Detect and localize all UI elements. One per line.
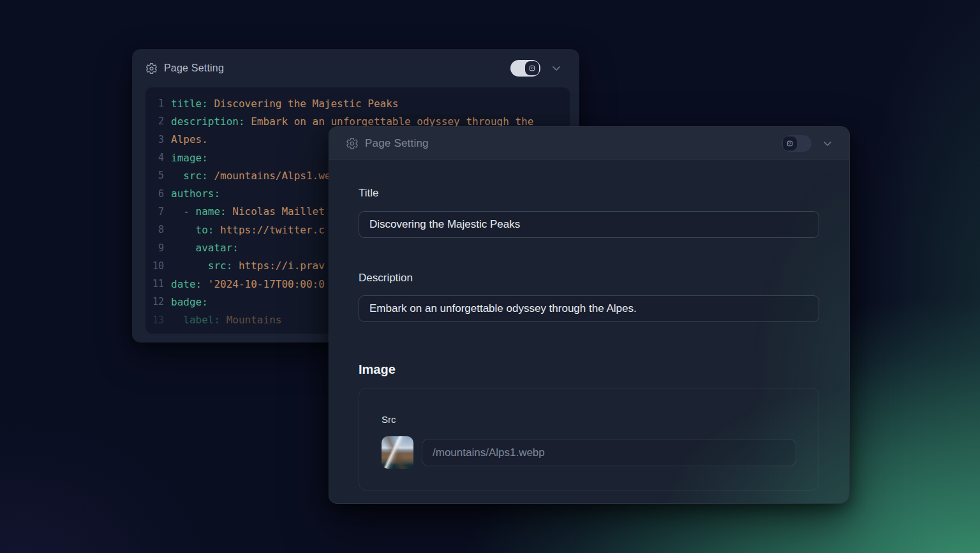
code-text: badge:: [164, 296, 208, 308]
line-number: 13: [145, 314, 164, 326]
code-view-toggle[interactable]: [782, 135, 812, 152]
code-text: title: Discovering the Majestic Peaks: [164, 98, 398, 110]
src-input[interactable]: [422, 439, 796, 466]
code-text: Alpes.: [164, 133, 208, 145]
src-label: Src: [382, 414, 796, 425]
form-body: Title Description Image Src: [329, 160, 849, 490]
line-number: 3: [145, 134, 164, 145]
line-number: 7: [145, 206, 164, 218]
code-square-icon: [525, 61, 539, 75]
panel-title: Page Setting: [365, 137, 429, 150]
gear-icon: [346, 137, 359, 150]
code-text: image:: [164, 152, 208, 164]
chevron-down-icon[interactable]: [821, 137, 834, 150]
code-text: date: '2024-10-17T00:00:0: [164, 278, 325, 290]
description-label: Description: [359, 272, 819, 284]
code-text: to: https://twitter.c: [164, 224, 325, 236]
title-label: Title: [359, 187, 819, 200]
src-row: [382, 436, 796, 469]
title-input[interactable]: [359, 211, 819, 238]
panel-title: Page Setting: [164, 63, 224, 74]
form-panel: Page Setting Title: [329, 126, 850, 504]
line-number: 10: [145, 260, 164, 272]
line-number: 9: [145, 242, 164, 254]
line-number: 6: [145, 188, 164, 200]
code-line: 1title: Discovering the Majestic Peaks: [145, 94, 570, 112]
line-number: 1: [145, 98, 164, 109]
code-text: authors:: [164, 188, 220, 200]
image-section-heading: Image: [359, 362, 819, 377]
desktop-background: Page Setting 1title:: [0, 0, 980, 553]
code-text: - name: Nicolas Maillet: [164, 205, 325, 218]
image-thumbnail[interactable]: [382, 436, 413, 469]
gear-icon: [145, 63, 158, 75]
line-number: 8: [145, 224, 164, 235]
line-number: 11: [145, 278, 164, 290]
code-square-icon: [783, 136, 797, 151]
code-text: label: Mountains: [164, 314, 281, 326]
image-card: Src: [359, 388, 819, 490]
line-number: 5: [145, 170, 164, 181]
code-text: src: https://i.prav: [164, 260, 325, 272]
code-view-toggle[interactable]: [510, 60, 540, 77]
code-text: avatar:: [164, 242, 239, 254]
code-text: src: /mountains/Alps1.we: [164, 170, 330, 182]
line-number: 2: [145, 115, 164, 127]
form-panel-header: Page Setting: [329, 127, 849, 160]
code-panel-header: Page Setting: [132, 49, 579, 87]
chevron-down-icon[interactable]: [550, 62, 563, 75]
description-input[interactable]: [359, 295, 819, 322]
line-number: 12: [145, 296, 164, 307]
line-number: 4: [145, 152, 164, 163]
